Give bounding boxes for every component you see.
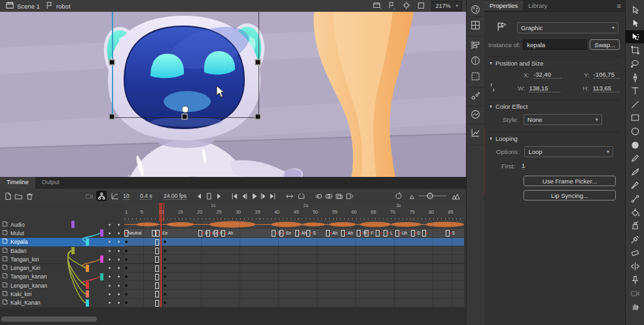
line-tool[interactable] (626, 98, 644, 111)
keyframe[interactable] (164, 240, 166, 243)
current-frame-value[interactable]: 10 (123, 193, 129, 200)
transform-handle-right[interactable] (255, 60, 261, 66)
playhead-marker[interactable] (159, 203, 164, 221)
bone-tool[interactable] (626, 192, 644, 205)
next-keyframe-icon[interactable] (213, 191, 224, 201)
transform-handle-bottom-right[interactable] (255, 114, 261, 120)
lip-syncing-button[interactable]: Lip Syncing... (524, 190, 616, 201)
keyframe[interactable] (125, 258, 128, 261)
ink-bottle-tool[interactable] (626, 220, 644, 233)
delete-layer-icon[interactable] (24, 191, 35, 201)
layer-swatch[interactable] (71, 247, 75, 254)
keyframe[interactable] (164, 301, 166, 304)
keyframe[interactable] (125, 240, 128, 243)
edit-scene-icon[interactable] (372, 1, 382, 11)
symbol-type-dropdown[interactable]: Graphic ▾ (517, 22, 618, 33)
tab-library[interactable]: Library (523, 1, 552, 10)
swatches-panel-icon[interactable] (470, 20, 482, 31)
lip-sync-keyframe[interactable]: L (387, 229, 393, 237)
symbol-breadcrumb[interactable]: robot (45, 1, 71, 11)
layer-row-lengan_kiri[interactable]: Lengan_Kiri (0, 264, 124, 273)
step-back-icon[interactable] (239, 191, 249, 201)
center-frame-icon[interactable] (402, 1, 411, 11)
section-position-and-size[interactable]: ▾ Position and Size (490, 56, 620, 67)
free-transform-tool[interactable] (626, 44, 644, 57)
frame-row-tangan_kanan[interactable] (124, 273, 466, 282)
frame-row-lengan_kiri[interactable] (124, 264, 466, 273)
frame-row-kepala[interactable] (124, 238, 466, 247)
lasso-tool[interactable] (626, 57, 644, 70)
asset-warp-tool[interactable] (626, 30, 644, 43)
layer-swatch[interactable] (86, 282, 89, 289)
loop-options-dropdown[interactable]: Loop ▾ (524, 146, 613, 157)
layer-swatch[interactable] (100, 229, 103, 237)
transform-handle-left[interactable] (109, 60, 115, 66)
edit-symbols-icon[interactable] (387, 1, 396, 11)
keyframe-end-marker[interactable] (155, 256, 159, 263)
frame-row-lengan_kanan[interactable] (124, 281, 466, 290)
section-looping[interactable]: ▾ Looping (490, 132, 620, 142)
tab-properties[interactable]: Properties (484, 1, 523, 10)
y-value[interactable]: -106,75 (594, 71, 620, 79)
layer-swatch[interactable] (86, 239, 89, 246)
use-frame-picker-button[interactable]: Use Frame Picker... (524, 176, 616, 186)
timeline-horizontal-scrollbar[interactable] (1, 316, 97, 322)
eyedropper-tool[interactable] (626, 233, 644, 246)
keyframe[interactable] (125, 267, 128, 269)
lip-sync-keyframe[interactable]: Ah (299, 229, 307, 237)
pencil-tool[interactable] (626, 152, 644, 165)
layer-swatch[interactable] (86, 290, 89, 297)
panel-menu-icon[interactable]: ≡ (617, 2, 621, 10)
layer-row-kepala[interactable]: Kepala (0, 238, 124, 247)
layer-row-kaki_kiri[interactable]: Kaki_kiri (0, 290, 124, 299)
lip-sync-keyframe[interactable]: Uh (399, 229, 407, 237)
lip-sync-keyframe[interactable]: S (310, 229, 315, 237)
modify-onion-markers-icon[interactable] (344, 191, 355, 201)
keyframe[interactable] (125, 301, 128, 304)
layer-swatch[interactable] (86, 265, 89, 272)
history-panel-icon[interactable] (470, 127, 482, 139)
frame-row-kaki_kanan[interactable] (124, 299, 466, 308)
brushes-panel-icon[interactable] (470, 90, 482, 102)
link-width-height-icon[interactable] (488, 83, 497, 93)
h-value[interactable]: 113,65 (593, 85, 620, 92)
tab-timeline[interactable]: Timeline (0, 177, 35, 189)
keyframe-end-marker[interactable] (155, 300, 159, 307)
zoom-out-frames-icon[interactable] (407, 191, 418, 201)
layer-row-badan[interactable]: Badan (0, 246, 124, 256)
layer-row-audio[interactable]: Audio (0, 220, 124, 229)
new-folder-icon[interactable] (13, 191, 24, 201)
keyframe[interactable] (164, 284, 166, 287)
keyframe-end-marker[interactable] (155, 239, 159, 246)
layer-row-tangan_kiri[interactable]: Tangan_kiri (0, 255, 124, 264)
prev-keyframe-icon[interactable] (194, 191, 204, 201)
first-frame-value[interactable]: 1 (522, 162, 525, 170)
swap-button[interactable]: Swap... (590, 39, 620, 50)
transform-handle-bottom[interactable] (182, 114, 188, 120)
color-panel-icon[interactable] (470, 4, 482, 16)
loop-playback-icon[interactable] (296, 191, 306, 201)
layer-row-kaki_kanan[interactable]: Kaki_Kanan (0, 299, 124, 308)
lip-sync-keyframe[interactable]: Ah (225, 229, 233, 237)
keyframe[interactable] (125, 275, 128, 278)
clip-content-icon[interactable] (417, 1, 425, 11)
lip-sync-keyframe[interactable]: Neutral (125, 229, 141, 237)
style-dropdown[interactable]: None ▾ (524, 114, 602, 125)
width-tool[interactable] (626, 259, 644, 273)
stage-zoom-dropdown[interactable]: 217% ▾ (431, 1, 462, 11)
lip-sync-keyframe[interactable] (426, 229, 429, 237)
insert-layer-icon[interactable] (3, 191, 13, 201)
keyframe-end-marker[interactable] (155, 282, 159, 289)
eraser-tool[interactable] (626, 246, 644, 259)
frame-row-kaki_kiri[interactable] (124, 290, 466, 299)
text-tool[interactable] (626, 85, 644, 98)
lip-sync-keyframe[interactable]: F (368, 229, 374, 237)
go-last-frame-icon[interactable] (267, 191, 277, 201)
camera-tool[interactable] (626, 287, 644, 300)
layer-swatch[interactable] (100, 273, 103, 280)
playhead-line[interactable] (160, 203, 162, 307)
camera-icon[interactable] (84, 191, 94, 201)
layer-parenting-icon[interactable] (96, 191, 107, 201)
frame-row-mulut[interactable]: Neutral Ee D Ee F Ah D Ee (124, 229, 466, 238)
hand-tool[interactable] (626, 300, 644, 313)
